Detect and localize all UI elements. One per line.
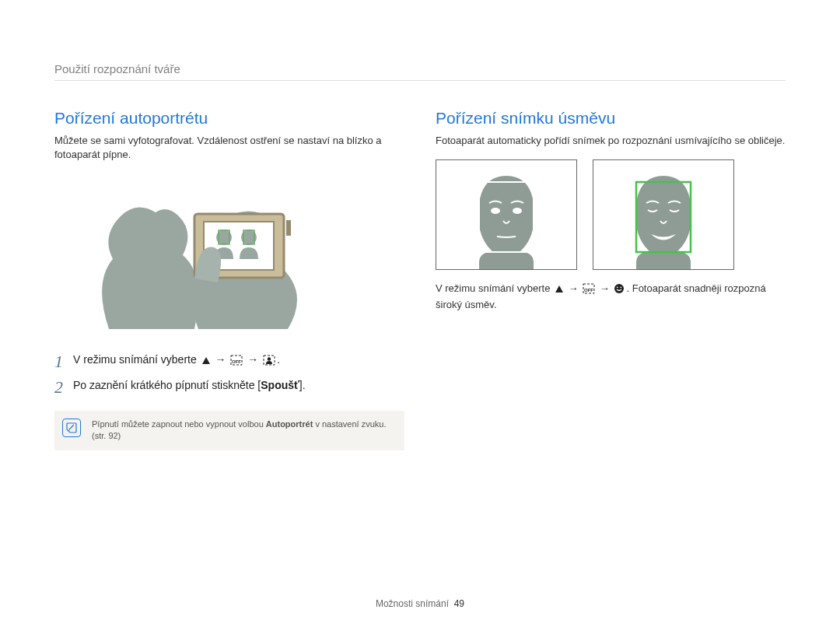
face-detect-off-icon: OFF [230,355,243,370]
step-1: 1 V režimu snímání vyberte → OFF [54,352,404,371]
step-2: 2 Po zaznění krátkého pípnutí stiskněte … [54,378,404,397]
smile-examples [436,159,786,270]
step-2-text: Po zaznění krátkého pípnutí stiskněte [S… [73,378,404,394]
step-1-text: V režimu snímání vyberte → OFF → [73,352,404,370]
selfportrait-mode-icon [263,355,275,370]
selfportrait-description: Můžete se sami vyfotografovat. Vzdálenos… [54,134,404,162]
section-title-smile: Pořízení snímku úsměvu [436,109,786,128]
note-box: Pípnutí můžete zapnout nebo vypnout volb… [54,411,404,450]
face-smiling-frame [593,159,734,270]
svg-text:OFF: OFF [232,359,241,364]
section-title-selfportrait: Pořízení autoportrétu [54,109,404,128]
smile-description: Fotoaparát automaticky pořídí snímek po … [436,134,786,148]
step-number: 2 [54,378,73,397]
manual-page: Použití rozpoznání tváře Pořízení autopo… [0,0,840,634]
up-triangle-icon [555,284,564,298]
svg-point-12 [491,208,500,214]
selfportrait-illustration [78,173,327,337]
svg-rect-6 [286,220,291,236]
svg-point-20 [617,287,618,289]
face-detect-off-icon: OFF [583,283,595,298]
footer-label: Možnosti snímání [376,598,449,609]
smile-mode-icon [614,283,625,298]
breadcrumb: Použití rozpoznání tváře [54,62,786,81]
page-number: 49 [454,598,464,609]
step-number: 1 [54,352,73,371]
up-triangle-icon [201,355,211,370]
svg-point-13 [513,208,522,214]
face-neutral-frame [436,159,577,270]
svg-point-21 [621,287,622,289]
note-text: Pípnutí můžete zapnout nebo vypnout volb… [92,419,395,443]
svg-marker-7 [202,357,210,364]
smile-instruction: V režimu snímání vyberte → OFF → [436,282,786,312]
page-footer: Možnosti snímání 49 [0,598,840,609]
svg-text:OFF: OFF [584,288,593,292]
content-columns: Pořízení autoportrétu Můžete se sami vyf… [54,109,786,450]
column-left: Pořízení autoportrétu Můžete se sami vyf… [54,109,404,450]
svg-marker-16 [555,285,563,292]
note-icon [62,419,81,437]
svg-point-19 [614,284,624,293]
svg-point-11 [268,358,271,361]
column-right: Pořízení snímku úsměvu Fotoaparát automa… [436,109,786,450]
steps-list: 1 V režimu snímání vyberte → OFF [54,352,404,396]
